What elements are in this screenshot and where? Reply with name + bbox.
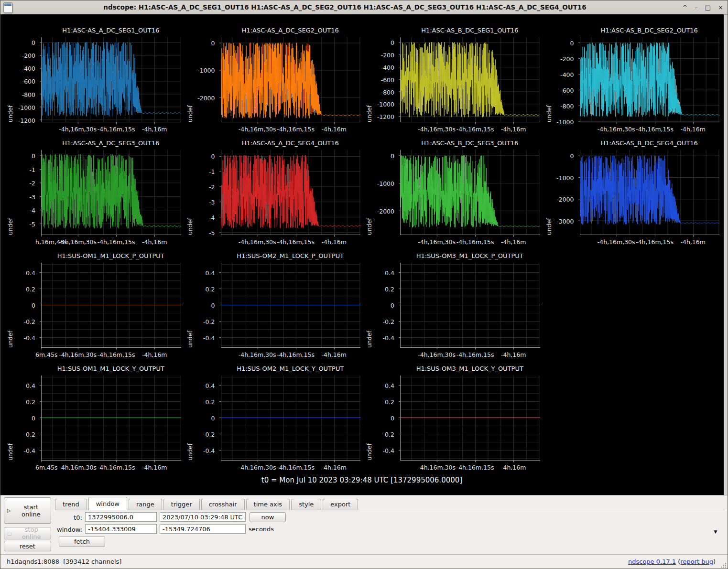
- plot-panel-0[interactable]: H1:ASC-AS_A_DC_SEG1_OUT16undef0-200-400-…: [3, 24, 183, 137]
- x-axis-ticks: -4h,16m,30s-4h,16m,15s-4h,16m: [580, 126, 720, 134]
- minimize-icon[interactable]: –: [695, 4, 698, 11]
- plot-canvas[interactable]: [221, 263, 361, 348]
- stop-online-label: stop online: [15, 526, 48, 540]
- plot-panel-12[interactable]: H1:SUS-OM2_M1_LOCK_Y_OUTPUTundef0.40.20-…: [183, 362, 362, 475]
- y-tick-label: -2: [30, 180, 35, 187]
- x-axis-ticks: -4h,16m,30s-4h,16m,15s-4h,16m: [400, 126, 540, 134]
- y-tick-label: -600: [560, 86, 574, 94]
- y-tick-label: 0: [211, 153, 215, 160]
- tab-export[interactable]: export: [323, 499, 358, 510]
- y-tick-label: 0.4: [26, 382, 35, 389]
- x-tick-label: -4h,16m,15s: [98, 464, 135, 471]
- version-status: ndscope 0.17.1 (report bug): [628, 555, 716, 569]
- plot-canvas[interactable]: [41, 150, 181, 235]
- close-icon[interactable]: ×: [718, 4, 723, 11]
- y-axis-ticks: 0-1-2-3-4-5: [3, 150, 38, 235]
- y-tick-label: -800: [22, 91, 35, 98]
- tab-trend[interactable]: trend: [55, 499, 87, 510]
- x-tick-label: -4h,16m,30s: [239, 351, 276, 358]
- plot-panel-6[interactable]: H1:ASC-AS_B_DC_SEG3_OUT16undef0-1000-200…: [362, 137, 542, 249]
- version-link[interactable]: ndscope 0.17.1: [628, 558, 676, 565]
- plot-panel-11[interactable]: H1:SUS-OM1_M1_LOCK_Y_OUTPUTundef0.40.20-…: [3, 362, 183, 475]
- y-tick-label: -1200: [18, 117, 35, 124]
- plot-canvas[interactable]: [221, 37, 361, 122]
- plot-panel-7[interactable]: H1:ASC-AS_B_DC_SEG4_OUT16undef0-1000-200…: [542, 137, 721, 249]
- plot-canvas[interactable]: [400, 150, 540, 235]
- y-tick-label: -600: [381, 76, 394, 83]
- plot-canvas[interactable]: [41, 263, 181, 348]
- t0-gps-input[interactable]: [85, 512, 157, 522]
- expand-panel-icon[interactable]: ▼: [710, 528, 721, 536]
- plot-canvas[interactable]: [580, 37, 720, 122]
- maximize-icon[interactable]: □: [705, 4, 711, 11]
- plot-canvas[interactable]: [221, 150, 361, 235]
- play-icon: ▷: [7, 508, 11, 513]
- y-tick-label: -1000: [197, 67, 215, 74]
- plot-canvas[interactable]: [41, 376, 181, 461]
- y-tick-label: -3: [209, 199, 215, 206]
- x-tick-label: -4h,16m: [501, 464, 526, 471]
- y-axis-ticks: 0-200-400-600-800-1000: [542, 37, 577, 122]
- stop-online-button[interactable]: □ stop online: [4, 527, 51, 539]
- y-tick-label: -5: [30, 221, 35, 228]
- window-field-label: window:: [48, 526, 82, 533]
- plot-panel-4[interactable]: H1:ASC-AS_A_DC_SEG3_OUT16undef0-1-2-3-4-…: [3, 137, 183, 249]
- x-axis-ticks: -4h,16m,30s-4h,16m,15s-4h,16m: [221, 464, 361, 472]
- plot-panel-2[interactable]: H1:ASC-AS_B_DC_SEG1_OUT16undef0-200-400-…: [362, 24, 542, 137]
- y-tick-label: -1: [209, 168, 215, 175]
- tab-crosshair[interactable]: crosshair: [201, 499, 245, 510]
- y-tick-label: -200: [560, 55, 574, 62]
- plot-canvas[interactable]: [400, 37, 540, 122]
- tab-trigger[interactable]: trigger: [163, 499, 200, 510]
- y-tick-label: -2: [209, 183, 215, 191]
- x-axis-ticks: -4h,16m,30s-4h,16m,15s-4h,16m: [221, 238, 361, 247]
- y-tick-label: -1: [30, 166, 35, 173]
- y-tick-label: 0.2: [206, 398, 215, 405]
- tab-style[interactable]: style: [291, 499, 321, 510]
- y-axis-ticks: 0-1000-2000-3000: [542, 150, 577, 235]
- plot-panel-3[interactable]: H1:ASC-AS_B_DC_SEG2_OUT16undef0-200-400-…: [542, 24, 721, 137]
- plot-canvas[interactable]: [400, 263, 540, 348]
- plot-canvas[interactable]: [580, 150, 720, 235]
- y-tick-label: 0: [391, 39, 394, 46]
- window-end-input[interactable]: [160, 524, 246, 534]
- x-tick-label: 6m,45s: [35, 464, 58, 471]
- y-tick-label: 0: [391, 415, 394, 422]
- plot-canvas[interactable]: [221, 376, 361, 461]
- y-tick-label: 0: [211, 302, 215, 309]
- tab-time-axis[interactable]: time axis: [246, 499, 290, 510]
- plot-panel-10[interactable]: H1:SUS-OM3_M1_LOCK_P_OUTPUTundef0.40.20-…: [362, 249, 542, 362]
- x-tick-label: -4h,16m,30s: [239, 126, 276, 133]
- plot-panel-9[interactable]: H1:SUS-OM2_M1_LOCK_P_OUTPUTundef0.40.20-…: [183, 249, 362, 362]
- resize-grip[interactable]: [721, 562, 727, 568]
- start-online-button[interactable]: ▷ start online: [4, 497, 51, 524]
- y-axis-ticks: 0-1-2-3-4-5: [183, 150, 218, 235]
- plot-title: H1:SUS-OM3_M1_LOCK_Y_OUTPUT: [399, 365, 541, 372]
- y-tick-label: -400: [381, 64, 394, 71]
- y-tick-label: -1000: [18, 104, 35, 111]
- report-bug-link[interactable]: report bug: [680, 558, 713, 565]
- tab-bar: trendwindowrangetriggercrosshairtime axi…: [55, 497, 725, 510]
- x-tick-label: -4h,16m,30s: [59, 464, 97, 471]
- now-button[interactable]: now: [250, 512, 286, 522]
- tab-range[interactable]: range: [129, 499, 162, 510]
- plot-panel-5[interactable]: H1:ASC-AS_A_DC_SEG4_OUT16undef0-1-2-3-4-…: [183, 137, 362, 249]
- tab-window[interactable]: window: [88, 497, 127, 510]
- reset-button[interactable]: reset: [4, 541, 51, 551]
- plot-canvas[interactable]: [41, 37, 181, 122]
- x-tick-label: -4h,16m,15s: [456, 464, 494, 471]
- plot-canvas[interactable]: [400, 376, 540, 461]
- y-tick-label: -200: [381, 51, 394, 58]
- fetch-button[interactable]: fetch: [59, 536, 105, 547]
- plot-panel-1[interactable]: H1:ASC-AS_A_DC_SEG2_OUT16undef0-1000-200…: [183, 24, 362, 137]
- y-tick-label: 0: [32, 39, 35, 46]
- shade-icon[interactable]: ^: [682, 4, 687, 11]
- t0-utc-input[interactable]: [160, 512, 246, 522]
- y-tick-label: -1200: [377, 113, 394, 120]
- plots-area: H1:ASC-AS_A_DC_SEG1_OUT16undef0-200-400-…: [0, 14, 724, 495]
- titlebar[interactable]: ndscope: H1:ASC-AS_A_DC_SEG1_OUT16 H1:AS…: [0, 0, 728, 15]
- window-start-input[interactable]: [85, 524, 157, 534]
- x-tick-label: -4h,16m,30s: [239, 238, 276, 246]
- plot-panel-13[interactable]: H1:SUS-OM3_M1_LOCK_Y_OUTPUTundef0.40.20-…: [362, 362, 542, 475]
- plot-panel-8[interactable]: H1:SUS-OM1_M1_LOCK_P_OUTPUTundef0.40.20-…: [3, 249, 183, 362]
